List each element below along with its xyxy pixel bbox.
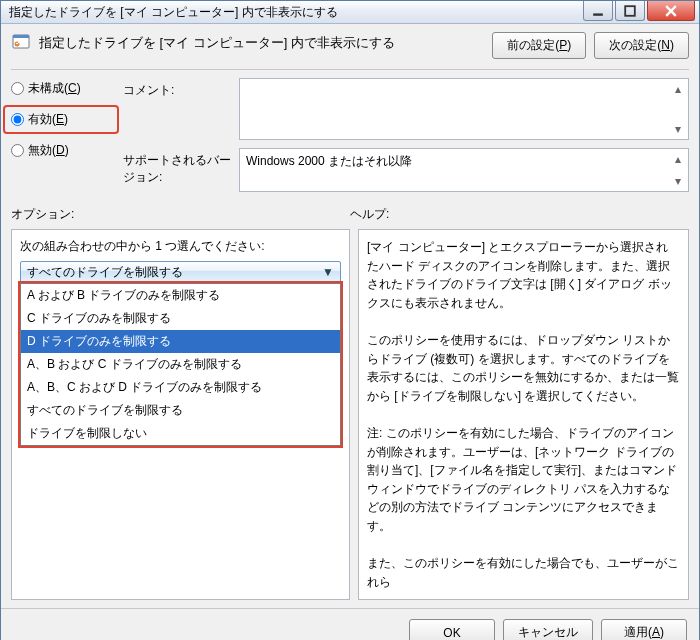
ok-button[interactable]: OK [409, 619, 495, 640]
prev-setting-button[interactable]: 前の設定(P) [492, 32, 586, 59]
chevron-down-icon: ▼ [322, 265, 334, 279]
drive-option[interactable]: A、B および C ドライブのみを制限する [21, 353, 340, 376]
radio-not-configured[interactable]: 未構成(C) [11, 80, 111, 97]
state-radios: 未構成(C) 有効(E) 無効(D) [11, 78, 111, 192]
maximize-button[interactable] [615, 1, 645, 21]
section-labels: オプション: ヘルプ: [11, 206, 689, 223]
radio-enabled-input[interactable] [11, 113, 24, 126]
comment-row: コメント: ▴ ▾ [123, 78, 689, 140]
version-row: サポートされるバージョン: Windows 2000 またはそれ以降 ▴ ▾ [123, 148, 689, 192]
drive-dropdown-list[interactable]: A および B ドライブのみを制限するC ドライブのみを制限するD ドライブのみ… [20, 283, 341, 446]
help-section-label: ヘルプ: [350, 206, 389, 223]
divider [11, 69, 689, 70]
version-box: Windows 2000 またはそれ以降 ▴ ▾ [239, 148, 689, 192]
titlebar[interactable]: 指定したドライブを [マイ コンピューター] 内で非表示にする [1, 1, 699, 24]
comment-textarea[interactable]: ▴ ▾ [239, 78, 689, 140]
config-row: 未構成(C) 有効(E) 無効(D) コメント: ▴ ▾ [11, 78, 689, 192]
radio-enabled[interactable]: 有効(E) [3, 105, 119, 134]
panels: 次の組み合わせの中から 1 つ選んでください: すべてのドライブを制限する ▼ … [11, 229, 689, 600]
header-row: 指定したドライブを [マイ コンピューター] 内で非表示にする 前の設定(P) … [11, 32, 689, 59]
comment-label: コメント: [123, 78, 233, 99]
apply-button[interactable]: 適用(A) [601, 619, 687, 640]
next-setting-button[interactable]: 次の設定(N) [594, 32, 689, 59]
radio-not-configured-input[interactable] [11, 82, 24, 95]
window-controls [581, 1, 695, 23]
scroll-up-icon[interactable]: ▴ [670, 81, 686, 97]
svg-rect-1 [625, 6, 635, 16]
dialog-footer: OK キャンセル 適用(A) [1, 608, 699, 640]
drive-option[interactable]: D ドライブのみを制限する [21, 330, 340, 353]
minimize-button[interactable] [583, 1, 613, 21]
dialog-window: 指定したドライブを [マイ コンピューター] 内で非表示にする 指定したドライブ… [0, 0, 700, 640]
help-text: [マイ コンピューター] とエクスプローラーから選択されたハード ディスクのアイ… [367, 238, 680, 591]
svg-rect-5 [13, 35, 29, 38]
drive-option[interactable]: すべてのドライブを制限する [21, 399, 340, 422]
drive-dropdown-button[interactable]: すべてのドライブを制限する ▼ [20, 261, 341, 283]
radio-disabled[interactable]: 無効(D) [11, 142, 111, 159]
policy-icon [11, 32, 31, 52]
drive-dropdown: すべてのドライブを制限する ▼ A および B ドライブのみを制限するC ドライ… [20, 261, 341, 446]
drive-dropdown-selected: すべてのドライブを制限する [27, 264, 183, 281]
titlebar-text: 指定したドライブを [マイ コンピューター] 内で非表示にする [1, 4, 581, 21]
drive-option[interactable]: ドライブを制限しない [21, 422, 340, 445]
scroll-down-icon[interactable]: ▾ [670, 121, 686, 137]
scroll-up-icon[interactable]: ▴ [670, 151, 686, 167]
version-label: サポートされるバージョン: [123, 148, 233, 186]
version-value: Windows 2000 またはそれ以降 [246, 154, 412, 168]
help-panel: [マイ コンピューター] とエクスプローラーから選択されたハード ディスクのアイ… [358, 229, 689, 600]
scroll-down-icon[interactable]: ▾ [670, 173, 686, 189]
drive-option[interactable]: A および B ドライブのみを制限する [21, 284, 340, 307]
options-section-label: オプション: [11, 206, 350, 223]
drive-option[interactable]: A、B、C および D ドライブのみを制限する [21, 376, 340, 399]
page-title: 指定したドライブを [マイ コンピューター] 内で非表示にする [39, 34, 484, 52]
close-button[interactable] [647, 1, 695, 21]
nav-buttons: 前の設定(P) 次の設定(N) [492, 32, 689, 59]
content-area: 指定したドライブを [マイ コンピューター] 内で非表示にする 前の設定(P) … [1, 24, 699, 608]
options-prompt: 次の組み合わせの中から 1 つ選んでください: [20, 238, 341, 255]
drive-option[interactable]: C ドライブのみを制限する [21, 307, 340, 330]
cancel-button[interactable]: キャンセル [503, 619, 593, 640]
options-panel: 次の組み合わせの中から 1 つ選んでください: すべてのドライブを制限する ▼ … [11, 229, 350, 600]
radio-disabled-input[interactable] [11, 144, 24, 157]
right-column: コメント: ▴ ▾ サポートされるバージョン: Windows 2000 または… [123, 78, 689, 192]
